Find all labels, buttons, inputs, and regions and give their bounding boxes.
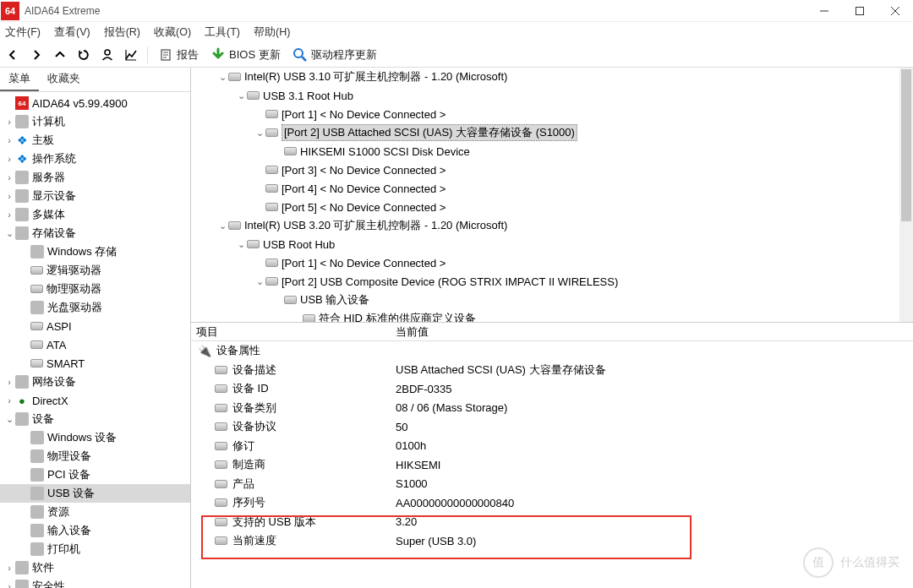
driver-update-button[interactable]: 驱动程序更新 (289, 46, 380, 64)
usb-tree-item[interactable]: ⌄USB 3.1 Root Hub (191, 86, 913, 105)
nav-tree[interactable]: 64AIDA64 v5.99.4900›计算机›❖主板›❖操作系统›服务器›显示… (0, 92, 190, 588)
details-pane: 项目 当前值 🔌设备属性 设备描述USB Attached SCSI (UAS)… (191, 323, 913, 588)
nav-item[interactable]: 资源 (0, 503, 190, 521)
twisty-icon[interactable]: ⌄ (3, 414, 15, 425)
twisty-icon[interactable]: › (3, 135, 15, 145)
chart-icon[interactable] (122, 46, 140, 64)
nav-item[interactable]: 打印机 (0, 540, 190, 558)
usb-tree-item[interactable]: USB 输入设备 (191, 291, 913, 309)
nav-item[interactable]: 输入设备 (0, 521, 190, 540)
nav-item[interactable]: ›显示设备 (0, 187, 190, 205)
usb-tree-item[interactable]: [Port 4] < No Device Connected > (191, 179, 913, 198)
usb-tree-item[interactable]: HIKSEMI S1000 SCSI Disk Device (191, 142, 913, 161)
nav-item[interactable]: ›软件 (0, 558, 190, 577)
nav-item[interactable]: ATA (0, 335, 190, 354)
details-row[interactable]: 设备类别08 / 06 (Mass Storage) (191, 399, 913, 418)
nav-item[interactable]: ›计算机 (0, 112, 190, 131)
twisty-icon[interactable]: › (3, 154, 15, 164)
usb-tree-item[interactable]: ⌄Intel(R) USB 3.10 可扩展主机控制器 - 1.20 (Micr… (191, 68, 913, 86)
menu-tools[interactable]: 工具(T) (205, 25, 240, 40)
nav-item[interactable]: ›网络设备 (0, 373, 190, 391)
twisty-icon[interactable]: ⌄ (254, 128, 265, 139)
close-button[interactable] (877, 0, 913, 22)
details-row[interactable]: 制造商HIKSEMI (191, 455, 913, 475)
col-value[interactable]: 当前值 (394, 323, 913, 340)
nav-item[interactable]: ⌄存储设备 (0, 224, 190, 242)
menu-view[interactable]: 查看(V) (54, 25, 90, 40)
usb-tree-item[interactable]: 符合 HID 标准的供应商定义设备 (191, 309, 913, 323)
nav-item[interactable]: ›❖主板 (0, 131, 190, 150)
usb-tree-item[interactable]: [Port 1] < No Device Connected > (191, 105, 913, 123)
nav-item[interactable]: 光盘驱动器 (0, 298, 190, 317)
maximize-button[interactable] (842, 0, 877, 22)
tab-menu[interactable]: 菜单 (0, 68, 39, 91)
details-row[interactable]: 修订0100h (191, 437, 913, 456)
twisty-icon[interactable]: ⌄ (235, 239, 247, 250)
usb-tree-item[interactable]: [Port 1] < No Device Connected > (191, 253, 913, 272)
nav-back-button[interactable] (3, 46, 22, 64)
usb-tree-item[interactable]: ⌄[Port 2] USB Composite Device (ROG STRI… (191, 272, 913, 291)
usb-tree-item[interactable]: [Port 5] < No Device Connected > (191, 198, 913, 216)
details-row[interactable]: 序列号AA00000000000000840 (191, 493, 913, 513)
nav-item[interactable]: ›服务器 (0, 168, 190, 187)
twisty-icon[interactable]: ⌄ (216, 220, 228, 231)
nav-item[interactable]: ASPI (0, 317, 190, 335)
nav-item[interactable]: SMART (0, 354, 190, 373)
property-value: HIKSEMI (394, 459, 913, 471)
nav-up-button[interactable] (51, 46, 69, 64)
menu-fav[interactable]: 收藏(O) (154, 25, 191, 40)
tab-favorites[interactable]: 收藏夹 (39, 68, 89, 91)
nav-forward-button[interactable] (27, 46, 46, 64)
report-button[interactable]: 报告 (155, 46, 202, 64)
usb-tree-item[interactable]: ⌄Intel(R) USB 3.20 可扩展主机控制器 - 1.20 (Micr… (191, 216, 913, 235)
nav-item[interactable]: 逻辑驱动器 (0, 261, 190, 280)
twisty-icon[interactable]: › (3, 377, 15, 387)
nav-item[interactable]: ›安全性 (0, 577, 190, 588)
menu-help[interactable]: 帮助(H) (254, 25, 290, 40)
menu-file[interactable]: 文件(F) (5, 25, 41, 40)
col-item[interactable]: 项目 (191, 323, 394, 340)
user-icon[interactable] (98, 46, 117, 64)
twisty-icon[interactable]: ⌄ (235, 90, 247, 101)
usb-tree-item[interactable]: ⌄[Port 2] USB Attached SCSI (UAS) 大容量存储设… (191, 123, 913, 142)
nav-item[interactable]: PCI 设备 (0, 466, 190, 484)
nav-item-label: ASPI (46, 320, 72, 333)
twisty-icon[interactable]: ⌄ (3, 228, 15, 239)
twisty-icon[interactable]: › (3, 117, 15, 127)
bios-update-button[interactable]: BIOS 更新 (207, 46, 284, 64)
scrollbar[interactable] (899, 68, 913, 322)
refresh-button[interactable] (74, 46, 93, 64)
details-row[interactable]: 设备协议50 (191, 417, 913, 437)
details-row[interactable]: 当前速度Super (USB 3.0) (191, 531, 913, 551)
nav-item[interactable]: 物理设备 (0, 447, 190, 466)
menu-report[interactable]: 报告(R) (104, 25, 140, 40)
usb-device-tree[interactable]: ⌄Intel(R) USB 3.10 可扩展主机控制器 - 1.20 (Micr… (191, 68, 913, 323)
usb-tree-item[interactable]: ⌄USB Root Hub (191, 235, 913, 253)
twisty-icon[interactable]: ⌄ (254, 276, 265, 287)
details-row[interactable]: 设备描述USB Attached SCSI (UAS) 大容量存储设备 (191, 361, 913, 380)
nav-item[interactable]: 64AIDA64 v5.99.4900 (0, 94, 190, 112)
usb-tree-item[interactable]: [Port 3] < No Device Connected > (191, 161, 913, 179)
twisty-icon[interactable]: › (3, 395, 15, 406)
details-row[interactable]: 支持的 USB 版本3.20 (191, 513, 913, 532)
minimize-button[interactable] (806, 0, 842, 22)
twisty-icon[interactable]: › (3, 581, 15, 588)
nav-item[interactable]: ›多媒体 (0, 205, 190, 224)
nav-item[interactable]: Windows 存储 (0, 242, 190, 261)
twisty-icon[interactable]: › (3, 172, 15, 182)
twisty-icon[interactable]: › (3, 210, 15, 220)
details-header[interactable]: 项目 当前值 (191, 323, 913, 341)
details-row[interactable]: 设备 ID2BDF-0335 (191, 379, 913, 399)
nav-item[interactable]: 物理驱动器 (0, 280, 190, 298)
property-value: 08 / 06 (Mass Storage) (394, 401, 913, 414)
details-row[interactable]: 产品S1000 (191, 475, 913, 494)
nav-item[interactable]: USB 设备 (0, 484, 190, 503)
twisty-icon[interactable]: › (3, 191, 15, 201)
usb-tree-label: [Port 2] USB Attached SCSI (UAS) 大容量存储设备… (282, 124, 577, 141)
nav-item[interactable]: Windows 设备 (0, 428, 190, 447)
twisty-icon[interactable]: ⌄ (216, 72, 228, 83)
twisty-icon[interactable]: › (3, 563, 15, 573)
nav-item[interactable]: ⌄设备 (0, 410, 190, 428)
nav-item[interactable]: ›●DirectX (0, 391, 190, 410)
nav-item[interactable]: ›❖操作系统 (0, 150, 190, 168)
